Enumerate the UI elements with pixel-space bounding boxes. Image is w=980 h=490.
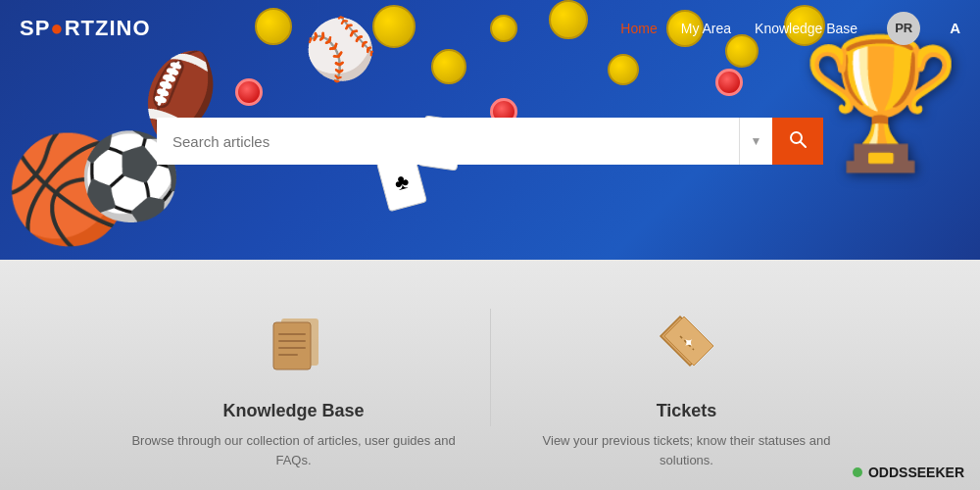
search-icon <box>788 129 808 154</box>
knowledge-base-title: Knowledge Base <box>222 401 364 421</box>
tickets-icon: ✦ <box>653 309 721 387</box>
search-dropdown-button[interactable]: ▼ <box>739 118 772 165</box>
nav-knowledge-base[interactable]: Knowledge Base <box>755 21 858 36</box>
oddsseeker-branding: ODDSSEEKER <box>853 465 964 480</box>
chevron-down-icon: ▼ <box>751 134 762 148</box>
oddsseeker-text: ODDSSEEKER <box>868 465 964 480</box>
font-toggle[interactable]: A <box>950 20 960 36</box>
user-avatar[interactable]: PR <box>887 12 920 45</box>
knowledge-base-card[interactable]: Knowledge Base Browse through our collec… <box>98 289 490 489</box>
svg-rect-3 <box>273 322 311 369</box>
green-dot-icon <box>853 467 862 477</box>
nav-home[interactable]: Home <box>620 21 657 36</box>
tickets-card[interactable]: ✦ Tickets View your previous tickets; kn… <box>491 289 883 489</box>
tickets-description: View your previous tickets; know their s… <box>520 431 854 469</box>
navbar: SP●RTZINO Home My Area Knowledge Base PR… <box>0 0 980 56</box>
knowledge-base-icon <box>260 309 328 387</box>
nav-links: Home My Area Knowledge Base PR A <box>620 12 960 45</box>
search-input[interactable] <box>157 118 739 165</box>
svg-line-1 <box>801 141 807 147</box>
search-button[interactable] <box>772 118 823 165</box>
tickets-title: Tickets <box>657 401 717 421</box>
content-area: Knowledge Base Browse through our collec… <box>0 260 980 490</box>
knowledge-base-description: Browse through our collection of article… <box>127 431 461 469</box>
logo-highlight: ● <box>50 16 64 40</box>
search-container: ▼ <box>157 118 823 165</box>
nav-my-area[interactable]: My Area <box>681 21 731 36</box>
logo[interactable]: SP●RTZINO <box>20 16 151 41</box>
